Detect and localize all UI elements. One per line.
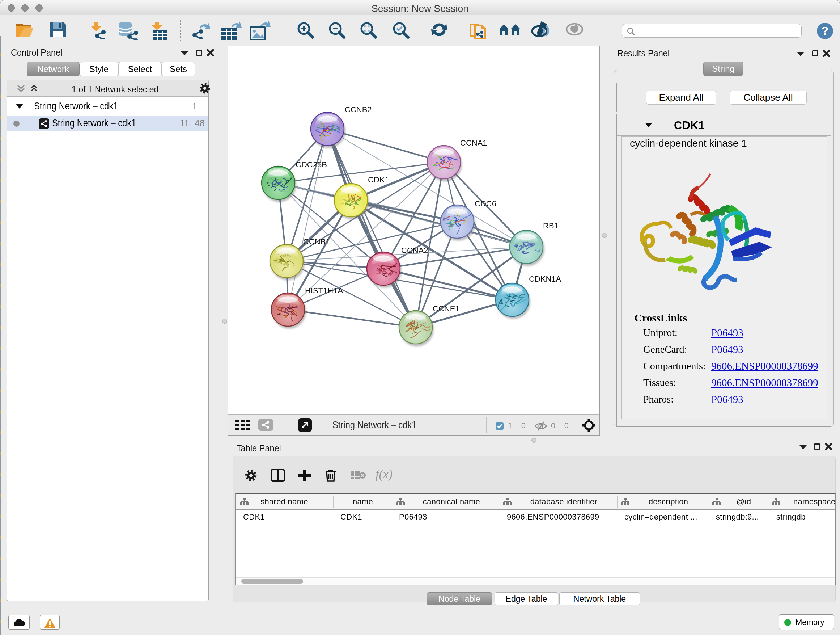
svg-text:CCNE1: CCNE1: [433, 304, 460, 313]
svg-text:CDK1: CDK1: [368, 175, 389, 184]
svg-text:RB1: RB1: [543, 221, 559, 230]
svg-text:CCNA2: CCNA2: [401, 246, 428, 255]
svg-text:CCNB1: CCNB1: [303, 237, 330, 246]
svg-text:CCNA1: CCNA1: [460, 138, 487, 147]
svg-text:CCNB2: CCNB2: [345, 105, 372, 114]
svg-text:HIST1H1A: HIST1H1A: [305, 286, 343, 295]
svg-text:CDC25B: CDC25B: [295, 160, 327, 169]
svg-text:CDC6: CDC6: [475, 199, 496, 208]
svg-text:CDKN1A: CDKN1A: [529, 274, 561, 283]
